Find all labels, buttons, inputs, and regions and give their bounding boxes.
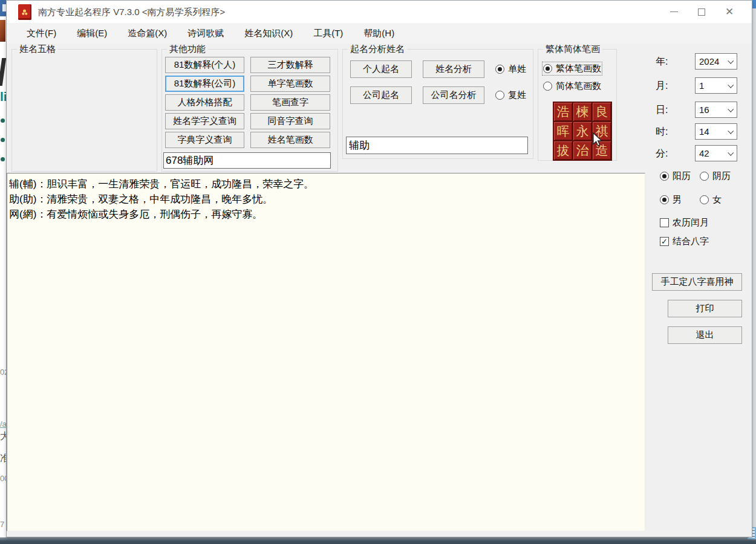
radio-label: 男 [673, 194, 682, 206]
character-tile[interactable]: 永 [573, 122, 591, 140]
background-bullet [1, 138, 5, 142]
chevron-down-icon [728, 128, 734, 134]
minute-label: 分: [656, 147, 668, 160]
character-tile[interactable]: 良 [593, 103, 611, 121]
maximize-button[interactable] [688, 1, 715, 23]
character-tile[interactable]: 治 [573, 141, 591, 160]
app-window: 南方专业起名程序 V7.3.0 <南方易学系列程序> ✕ 文件(F) 编辑(E)… [6, 0, 752, 537]
mouse-cursor-icon [590, 132, 605, 148]
character-tile[interactable]: 浩 [554, 103, 572, 121]
hour-combobox[interactable]: 14 [695, 123, 737, 140]
hour-value: 14 [699, 126, 709, 137]
radio-label: 阴历 [712, 170, 731, 182]
minute-combobox[interactable]: 42 [695, 145, 737, 161]
radio-dot [660, 172, 669, 181]
group-other-functions: 其他功能 81数解释(个人) 三才数解释 81数解释(公司) 单字笔画数 人格外… [161, 49, 338, 172]
button-stroke-lookup[interactable]: 笔画查字 [250, 94, 330, 111]
window-controls: ✕ [660, 1, 743, 23]
radio-dot [543, 64, 552, 73]
button-dictionary-meaning-query[interactable]: 字典字义查询 [165, 132, 244, 148]
group-title: 其他功能 [167, 44, 208, 55]
button-exit[interactable]: 退出 [668, 326, 742, 344]
desktop: li 02 /a 大 准 00 7 南方专业起名程序 V7.3.0 <南方易学系… [0, 0, 756, 544]
radio-traditional-strokes[interactable]: 繁体笔画数 [543, 63, 601, 74]
checkbox-combine-bazi[interactable]: 结合八字 [660, 236, 709, 247]
character-tile[interactable]: 楝 [573, 103, 591, 121]
character-tile[interactable]: 拔 [554, 141, 572, 160]
button-name-analysis[interactable]: 姓名分析 [423, 60, 484, 78]
year-label: 年: [656, 56, 668, 68]
background-taskbar-icon [0, 0, 6, 16]
titlebar[interactable]: 南方专业起名程序 V7.3.0 <南方易学系列程序> ✕ [7, 1, 752, 23]
radio-dot [700, 172, 709, 181]
close-icon: ✕ [725, 7, 734, 17]
checkbox-label: 结合八字 [673, 236, 709, 247]
background-bullet [1, 157, 5, 161]
radio-single-surname[interactable]: 单姓 [495, 63, 526, 75]
button-name-strokes[interactable]: 姓名笔画数 [250, 132, 330, 148]
group-naming-analysis: 起名分析姓名 个人起名 姓名分析 单姓 公司起名 公司名分析 复姓 [342, 49, 533, 159]
menu-help[interactable]: 帮助(H) [353, 23, 405, 44]
taskbar-strip [0, 537, 756, 544]
button-company-naming[interactable]: 公司起名 [350, 86, 412, 104]
year-combobox[interactable]: 2024 [695, 53, 737, 70]
button-print[interactable]: 打印 [668, 300, 742, 317]
button-81-explain-personal[interactable]: 81数解释(个人) [165, 57, 244, 73]
chevron-down-icon [728, 58, 734, 64]
menu-destiny[interactable]: 造命篇(X) [117, 23, 177, 44]
month-combobox[interactable]: 1 [695, 77, 737, 94]
menu-tools[interactable]: 工具(T) [303, 23, 353, 44]
button-single-char-strokes[interactable]: 单字笔画数 [250, 76, 330, 92]
other-functions-input[interactable] [163, 152, 331, 169]
radio-simplified-strokes[interactable]: 简体笔画数 [543, 80, 601, 92]
button-personal-naming[interactable]: 个人起名 [350, 60, 412, 78]
checkbox-box [660, 237, 669, 246]
button-sancai-explain[interactable]: 三才数解释 [250, 57, 330, 73]
checkbox-box [660, 218, 669, 227]
chevron-down-icon [728, 106, 734, 112]
group-title: 起名分析姓名 [348, 44, 407, 55]
button-81-explain-company[interactable]: 81数解释(公司) [165, 76, 244, 92]
radio-solar-calendar[interactable]: 阳历 [660, 170, 691, 182]
radio-female[interactable]: 女 [700, 194, 722, 206]
chevron-down-icon [728, 150, 734, 156]
background-window-right-sliver [752, 0, 756, 538]
menu-file[interactable]: 文件(F) [16, 23, 67, 44]
character-tile-grid[interactable]: 浩 楝 良 晖 永 祺 拔 治 造 [553, 102, 612, 161]
radio-label: 复姓 [508, 89, 526, 101]
day-value: 16 [699, 105, 709, 115]
day-combobox[interactable]: 16 [695, 102, 737, 118]
group-title: 繁体简体笔画 [543, 44, 602, 55]
result-textarea[interactable]: 辅(輔)：胆识丰富，一生清雅荣贵，官运旺，成功隆昌，荣幸之字。 助(助)：清雅荣… [7, 173, 645, 531]
day-label: 日: [656, 104, 668, 117]
group-title: 姓名五格 [17, 44, 58, 55]
close-button[interactable]: ✕ [715, 1, 743, 23]
character-tile[interactable]: 晖 [554, 122, 572, 140]
group-stroke-type: 繁体简体笔画 繁体笔画数 简体笔画数 浩 楝 良 晖 永 祺 拔 治 造 [538, 49, 617, 161]
radio-lunar-calendar[interactable]: 阴历 [700, 170, 731, 182]
button-renge-waige-match[interactable]: 人格外格搭配 [165, 94, 244, 111]
minimize-icon [670, 11, 678, 12]
name-input[interactable] [346, 137, 528, 154]
button-manual-bazi-god[interactable]: 手工定八字喜用神 [652, 273, 742, 291]
menu-edit[interactable]: 编辑(E) [67, 23, 117, 44]
radio-label: 繁体笔画数 [556, 63, 601, 74]
button-name-meaning-query[interactable]: 姓名学字义查询 [165, 113, 244, 129]
button-homophone-query[interactable]: 同音字查询 [250, 113, 330, 129]
menu-poetry[interactable]: 诗词歌赋 [177, 23, 234, 44]
radio-label: 单姓 [508, 63, 526, 75]
menu-name-knowledge[interactable]: 姓名知识(X) [234, 23, 303, 44]
background-window-left-sliver: li 02 /a 大 准 00 7 [0, 0, 6, 538]
radio-dot [660, 195, 669, 204]
group-name-five-grid: 姓名五格 [11, 49, 157, 172]
result-line: 助(助)：清雅荣贵，双妻之格，中年成功隆昌，晚年多忧。 [9, 192, 643, 207]
radio-compound-surname[interactable]: 复姓 [495, 89, 526, 101]
button-company-name-analysis[interactable]: 公司名分析 [423, 86, 484, 104]
chevron-down-icon [728, 82, 734, 88]
background-shape-fragment [0, 58, 6, 86]
minimize-button[interactable] [660, 1, 688, 23]
radio-male[interactable]: 男 [660, 194, 682, 206]
minute-value: 42 [699, 148, 709, 158]
checkbox-lunar-leap-month[interactable]: 农历闰月 [660, 217, 709, 228]
radio-dot [495, 91, 504, 100]
